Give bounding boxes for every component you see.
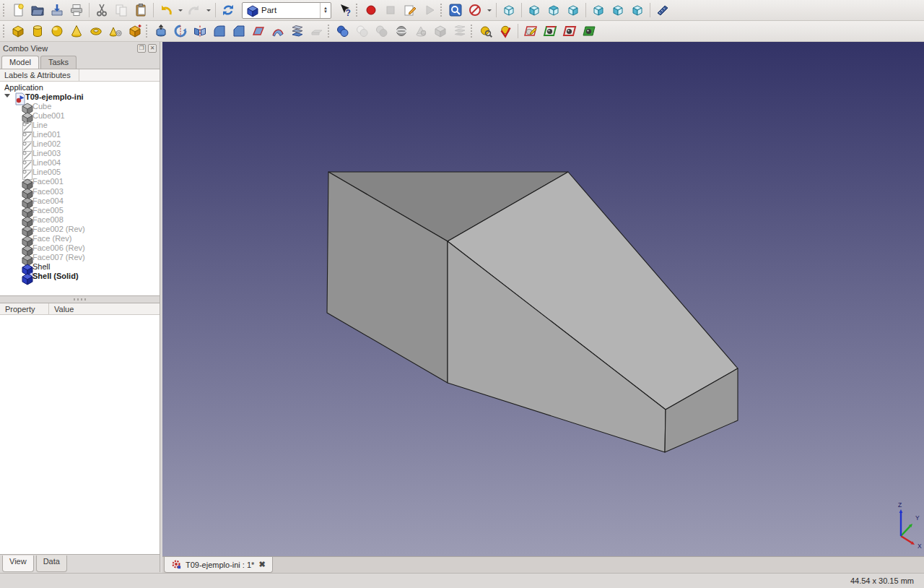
redo-icon[interactable] [185,1,204,20]
save-file-icon[interactable] [48,1,66,20]
primitive-sphere-icon[interactable] [48,22,66,40]
undo-dropdown-icon[interactable] [176,1,184,20]
check-geometry-icon[interactable] [476,22,495,40]
tree-item-face005[interactable]: Face005 [0,205,160,215]
toolbar-handle[interactable] [356,4,358,17]
view-isometric-icon[interactable] [500,1,518,20]
embed-shape-icon[interactable] [431,22,450,40]
document-tab[interactable]: T09-ejemplo-ini : 1* ✖ [164,557,273,573]
panel-splitter[interactable] [0,296,160,303]
cross-sections-icon[interactable] [450,22,469,40]
view-rear-icon[interactable] [589,1,608,20]
toolbar-handle[interactable] [3,25,5,38]
tab-view[interactable]: View [2,555,34,572]
view-top-icon[interactable] [544,1,563,20]
primitive-box-icon[interactable] [9,22,27,40]
boolean-cut-icon[interactable] [372,22,391,40]
sketch-attach-icon[interactable] [521,22,540,40]
view-bottom-icon[interactable] [609,1,627,20]
tree-item-face-rev[interactable]: Face (Rev) [0,234,160,243]
open-file-icon[interactable] [28,1,47,20]
tree-item-line005[interactable]: Line005 [0,168,160,177]
toolbar-handle[interactable] [440,4,443,17]
tab-data[interactable]: Data [36,555,67,572]
view-front-icon[interactable] [525,1,544,20]
tree-item-line002[interactable]: Line002 [0,139,160,149]
sweep-icon[interactable] [308,22,326,40]
tree-item-cube001[interactable]: Cube001 [0,111,160,120]
tree-item-label: Face004 [32,196,64,205]
tree-item-line001[interactable]: Line001 [0,129,160,139]
loft-icon[interactable] [288,22,307,40]
sketch-create-icon[interactable] [541,22,559,40]
revolve-icon[interactable] [171,22,190,40]
macro-edit-icon[interactable] [401,1,419,20]
view-left-icon[interactable] [628,1,647,20]
toolbar-handle[interactable] [328,25,330,38]
boolean-common-icon[interactable] [353,22,372,40]
toolbar-handle[interactable] [3,4,5,17]
tree-item-line[interactable]: Line [0,120,160,129]
extrude-icon[interactable] [152,22,170,40]
defeaturing-icon[interactable] [496,22,515,40]
primitive-cone-icon[interactable] [67,22,86,40]
macro-record-icon[interactable] [362,1,380,20]
tab-model[interactable]: Model [1,56,39,69]
new-file-icon[interactable] [9,1,27,20]
tree-root-application[interactable]: Application [0,82,160,92]
print-icon[interactable] [67,1,86,20]
tree-item-face001[interactable]: Face001 [0,177,160,186]
refresh-icon[interactable] [219,1,237,20]
tab-tasks[interactable]: Tasks [40,56,77,69]
shape-builder-icon[interactable] [126,22,144,40]
expander-icon[interactable] [4,94,10,100]
create-primitives-icon[interactable] [106,22,125,40]
primitive-cylinder-icon[interactable] [28,22,47,40]
3d-viewport[interactable]: XYZ [162,42,924,556]
copy-icon[interactable] [112,1,131,20]
undo-icon[interactable] [157,1,175,20]
tree-item-cube[interactable]: Cube [0,101,160,111]
measure-distance-icon[interactable] [653,1,672,20]
draw-style-icon[interactable] [466,1,484,20]
primitive-torus-icon[interactable] [87,22,105,40]
make-face-icon[interactable] [249,22,268,40]
paste-icon[interactable] [131,1,150,20]
boolean-union-icon[interactable] [334,22,352,40]
tree-item-face004[interactable]: Face004 [0,196,160,205]
macro-stop-icon[interactable] [381,1,400,20]
panel-close-button[interactable]: ✕ [148,44,157,53]
cross-section-icon[interactable] [411,22,430,40]
draw-style-dropdown-icon[interactable] [485,1,493,20]
fillet-icon[interactable] [210,22,229,40]
chamfer-icon[interactable] [230,22,248,40]
tree-item-face008[interactable]: Face008 [0,215,160,224]
view-right-icon[interactable] [564,1,583,20]
tree-item-face007-rev[interactable]: Face007 (Rev) [0,253,160,262]
macro-run-icon[interactable] [420,1,439,20]
toolbar-handle[interactable] [471,25,473,38]
mirror-icon[interactable] [191,22,209,40]
cut-icon[interactable] [92,1,111,20]
tree-item-face002-rev[interactable]: Face002 (Rev) [0,224,160,233]
tree-item-shell[interactable]: Shell [0,262,160,272]
workbench-selector[interactable]: Part▲▼ [242,2,331,19]
panel-float-button[interactable]: ❐ [137,44,146,53]
sketch-edit-icon[interactable] [560,22,579,40]
tree-document[interactable]: T09-ejemplo-ini [0,92,160,101]
document-tab-close-icon[interactable]: ✖ [258,560,265,569]
tree-item-line003[interactable]: Line003 [0,149,160,158]
tree-item-face003[interactable]: Face003 [0,186,160,196]
toolbar-handle[interactable] [146,25,148,38]
whats-this-icon[interactable]: ? [336,1,354,20]
face-icon [20,205,30,215]
ruled-surface-icon[interactable] [269,22,287,40]
section-icon[interactable] [392,22,411,40]
tree-item-face006-rev[interactable]: Face006 (Rev) [0,243,160,253]
redo-dropdown-icon[interactable] [204,1,212,20]
workbench-selector-spinner[interactable]: ▲▼ [320,3,331,18]
fit-all-icon[interactable] [446,1,465,20]
tree-item-line004[interactable]: Line004 [0,158,160,168]
sketch-map-icon[interactable] [580,22,598,40]
tree-item-shell-solid[interactable]: Shell (Solid) [0,272,160,281]
